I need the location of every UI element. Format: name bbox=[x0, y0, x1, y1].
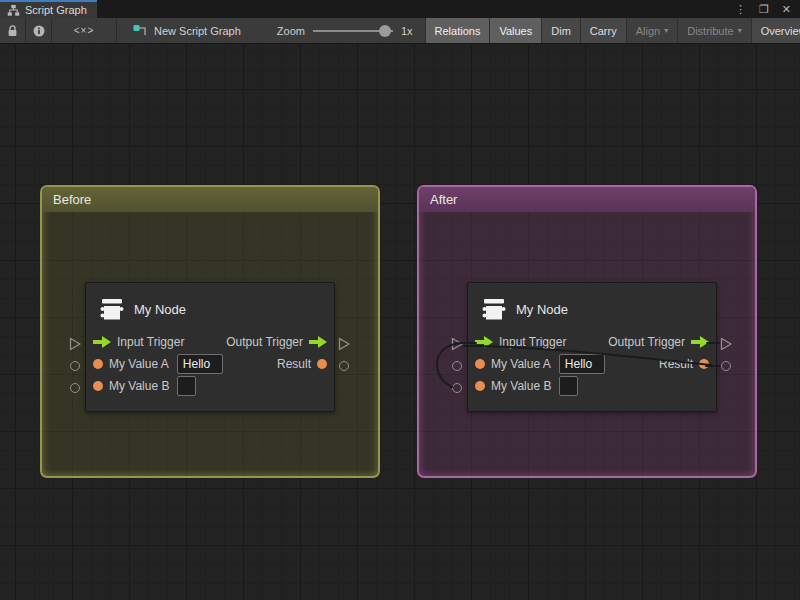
value-port-icon[interactable] bbox=[721, 361, 731, 371]
graph-asset-breadcrumb[interactable]: New Script Graph bbox=[117, 18, 255, 43]
values-toggle[interactable]: Values bbox=[489, 18, 541, 43]
graph-asset-name: New Script Graph bbox=[154, 25, 241, 37]
group-before-header[interactable]: Before bbox=[42, 187, 378, 212]
info-icon bbox=[33, 25, 45, 37]
node-header: My Node bbox=[468, 283, 716, 331]
script-graph-icon bbox=[133, 24, 148, 38]
flow-port-icon[interactable] bbox=[719, 337, 733, 351]
trigger-row: Input Trigger Output Trigger bbox=[86, 331, 334, 353]
values-label: Values bbox=[499, 25, 532, 37]
zoom-label: Zoom bbox=[277, 25, 305, 37]
value-port-icon[interactable] bbox=[70, 361, 80, 371]
value-port-icon[interactable] bbox=[452, 361, 462, 371]
zoom-control: Zoom 1x bbox=[255, 18, 419, 43]
value-b-input[interactable] bbox=[559, 376, 578, 396]
overview-label: Overview bbox=[761, 25, 800, 37]
value-input-icon[interactable] bbox=[93, 381, 103, 391]
lock-icon bbox=[7, 25, 18, 37]
value-input-icon[interactable] bbox=[475, 359, 485, 369]
flow-input-icon[interactable] bbox=[93, 336, 111, 348]
value-a-row: My Value A Result bbox=[468, 353, 716, 375]
dim-toggle[interactable]: Dim bbox=[541, 18, 580, 43]
group-after-header[interactable]: After bbox=[419, 187, 755, 212]
input-trigger-label: Input Trigger bbox=[499, 335, 566, 349]
flow-port-icon[interactable] bbox=[450, 337, 464, 351]
carry-toggle[interactable]: Carry bbox=[580, 18, 626, 43]
flow-port-icon[interactable] bbox=[68, 337, 82, 351]
value-input-icon[interactable] bbox=[93, 359, 103, 369]
window-close-button[interactable]: ✕ bbox=[782, 4, 791, 15]
result-label: Result bbox=[659, 357, 693, 371]
align-dropdown[interactable]: Align ▾ bbox=[626, 18, 677, 43]
node-my-node-after[interactable]: My Node Input Trigger Output Trigger My … bbox=[467, 282, 717, 412]
code-view-button[interactable]: <×> bbox=[52, 18, 116, 43]
value-input-icon[interactable] bbox=[475, 381, 485, 391]
window-maximize-button[interactable]: ❐ bbox=[759, 4, 769, 15]
relations-toggle[interactable]: Relations bbox=[425, 18, 490, 43]
value-output-icon[interactable] bbox=[699, 359, 709, 369]
value-b-input[interactable] bbox=[177, 376, 196, 396]
value-a-label: My Value A bbox=[491, 357, 551, 371]
graph-canvas[interactable]: Before After My Node Input Trigg bbox=[0, 44, 800, 600]
flow-output-icon[interactable] bbox=[691, 336, 709, 348]
value-b-row: My Value B bbox=[468, 375, 716, 397]
zoom-slider-handle[interactable] bbox=[379, 25, 391, 37]
code-icon: <×> bbox=[74, 25, 95, 36]
trigger-row: Input Trigger Output Trigger bbox=[468, 331, 716, 353]
value-b-label: My Value B bbox=[109, 379, 169, 393]
result-label: Result bbox=[277, 357, 311, 371]
dim-label: Dim bbox=[551, 25, 571, 37]
toolbar-button-strip: Relations Values Dim Carry Align ▾ Distr… bbox=[425, 18, 800, 43]
value-port-icon[interactable] bbox=[70, 383, 80, 393]
flow-input-icon[interactable] bbox=[475, 336, 493, 348]
tab-script-graph[interactable]: Script Graph bbox=[0, 0, 97, 18]
value-a-input[interactable] bbox=[559, 354, 605, 374]
distribute-label: Distribute bbox=[687, 25, 733, 37]
unit-icon bbox=[481, 296, 507, 322]
node-title: My Node bbox=[516, 302, 568, 317]
flow-port-icon[interactable] bbox=[337, 337, 351, 351]
group-before-title: Before bbox=[53, 192, 91, 207]
zoom-slider[interactable] bbox=[313, 25, 393, 37]
value-output-icon[interactable] bbox=[317, 359, 327, 369]
value-port-icon[interactable] bbox=[452, 383, 462, 393]
graph-toolbar: <×> New Script Graph Zoom 1x Relations V… bbox=[0, 18, 800, 44]
value-a-input[interactable] bbox=[177, 354, 223, 374]
group-after-title: After bbox=[430, 192, 457, 207]
flow-output-icon[interactable] bbox=[309, 336, 327, 348]
value-b-label: My Value B bbox=[491, 379, 551, 393]
unit-icon bbox=[99, 296, 125, 322]
value-a-row: My Value A Result bbox=[86, 353, 334, 375]
distribute-dropdown[interactable]: Distribute ▾ bbox=[677, 18, 750, 43]
node-title: My Node bbox=[134, 302, 186, 317]
input-trigger-label: Input Trigger bbox=[117, 335, 184, 349]
relations-label: Relations bbox=[435, 25, 481, 37]
value-b-row: My Value B bbox=[86, 375, 334, 397]
overview-button[interactable]: Overview bbox=[751, 18, 800, 43]
value-port-icon[interactable] bbox=[339, 361, 349, 371]
tab-title: Script Graph bbox=[25, 4, 87, 16]
hierarchy-icon bbox=[7, 4, 20, 17]
info-button[interactable] bbox=[26, 18, 51, 43]
zoom-value: 1x bbox=[401, 25, 413, 37]
align-label: Align bbox=[636, 25, 660, 37]
value-a-label: My Value A bbox=[109, 357, 169, 371]
lock-button[interactable] bbox=[0, 18, 25, 43]
chevron-down-icon: ▾ bbox=[738, 27, 742, 35]
carry-label: Carry bbox=[590, 25, 617, 37]
window-menu-button[interactable]: ⋮ bbox=[735, 4, 746, 15]
window-tab-bar: Script Graph ⋮ ❐ ✕ bbox=[0, 0, 800, 18]
output-trigger-label: Output Trigger bbox=[226, 335, 303, 349]
chevron-down-icon: ▾ bbox=[664, 27, 668, 35]
node-my-node-before[interactable]: My Node Input Trigger Output Trigger My … bbox=[85, 282, 335, 412]
node-header: My Node bbox=[86, 283, 334, 331]
output-trigger-label: Output Trigger bbox=[608, 335, 685, 349]
